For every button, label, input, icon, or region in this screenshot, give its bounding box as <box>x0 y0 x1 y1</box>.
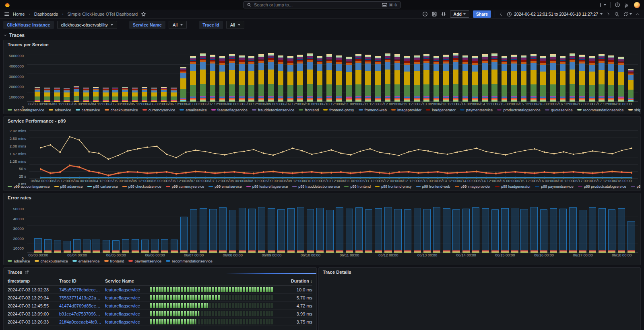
cell-trace-id-link[interactable]: 75563771413a22a54618... <box>59 295 105 300</box>
stacked-bar[interactable] <box>297 207 304 253</box>
service-name-select[interactable]: All <box>169 21 187 29</box>
stacked-bar[interactable] <box>171 88 176 102</box>
cell-service-name-link[interactable]: featureflagservice <box>105 295 150 300</box>
stacked-bar[interactable] <box>404 56 410 102</box>
stacked-bar[interactable] <box>54 88 60 102</box>
legend-item[interactable]: cartservice <box>76 108 100 112</box>
refresh-button[interactable] <box>623 12 632 17</box>
stacked-bar[interactable] <box>482 54 487 102</box>
stacked-bar[interactable] <box>599 54 604 102</box>
stacked-bar[interactable] <box>112 240 120 253</box>
legend-item[interactable]: featureflagservice <box>211 108 248 112</box>
legend-item[interactable]: p99 currencyservice <box>166 184 204 189</box>
panel-header[interactable]: Error rates <box>4 193 640 201</box>
cell-service-name-link[interactable]: featureflagservice <box>105 320 150 324</box>
stacked-bar[interactable] <box>258 54 264 102</box>
legend-item[interactable]: adservice <box>49 108 71 112</box>
legend-item[interactable]: checkoutservice <box>35 259 68 263</box>
stacked-bar[interactable] <box>336 55 342 102</box>
stacked-bar[interactable] <box>433 56 439 102</box>
legend-item[interactable]: frontend <box>104 259 124 263</box>
zoom-out-icon[interactable] <box>614 12 619 17</box>
row-header-traces[interactable]: Traces <box>3 33 25 38</box>
stacked-bar[interactable] <box>171 239 178 253</box>
panel-header[interactable]: Traces per Service <box>4 40 640 48</box>
stacked-bar[interactable] <box>317 56 322 102</box>
cell-trace-id-link[interactable]: b91ce47d753709695f1d... <box>59 312 105 316</box>
settings-gear-icon[interactable] <box>441 11 446 17</box>
stacked-bar[interactable] <box>511 208 518 253</box>
share-button[interactable]: Share <box>473 10 491 18</box>
stacked-bar[interactable] <box>248 56 254 102</box>
stacked-bar[interactable] <box>122 239 129 253</box>
stacked-bar[interactable] <box>307 53 312 102</box>
stacked-bar[interactable] <box>511 55 517 102</box>
stacked-bar[interactable] <box>151 239 158 253</box>
legend-item[interactable]: loadgenerator <box>426 108 456 112</box>
stacked-bar[interactable] <box>83 240 90 253</box>
stacked-bar[interactable] <box>589 207 596 253</box>
stacked-bar[interactable] <box>287 208 295 253</box>
stacked-bar[interactable] <box>190 56 196 102</box>
stacked-bar[interactable] <box>151 88 157 102</box>
legend-item[interactable]: p99 productcatalogservice <box>578 184 626 189</box>
stacked-bar[interactable] <box>570 53 575 102</box>
stacked-bar[interactable] <box>560 56 566 102</box>
legend-item[interactable]: frontend-proxy <box>323 108 354 112</box>
legend-item[interactable]: p99 accountingservice <box>8 184 50 189</box>
stacked-bar[interactable] <box>423 209 431 253</box>
stacked-bar[interactable] <box>540 56 546 102</box>
panel-links-icon[interactable] <box>25 270 29 275</box>
cell-trace-id-link[interactable]: 41474d0769d85ee2828... <box>59 303 105 308</box>
stacked-bar-chart[interactable] <box>27 204 638 253</box>
stacked-bar[interactable] <box>44 88 50 102</box>
save-icon[interactable] <box>431 11 437 17</box>
stacked-bar[interactable] <box>452 209 460 253</box>
line-chart[interactable] <box>29 127 638 178</box>
stacked-bar[interactable] <box>44 239 52 253</box>
stacked-bar[interactable] <box>210 55 215 102</box>
stacked-bar[interactable] <box>599 208 606 253</box>
table-row[interactable]: 2024-07-03 13:09:00b91ce47d753709695f1d.… <box>8 310 312 318</box>
stacked-bar[interactable] <box>307 209 314 253</box>
stacked-bar[interactable] <box>35 87 40 102</box>
panel-header[interactable]: Traces <box>4 268 316 275</box>
stacked-bar[interactable] <box>200 208 207 253</box>
cell-trace-id-link[interactable]: 745a59078cbdeec39b7... <box>59 287 105 292</box>
star-icon[interactable] <box>141 12 146 17</box>
stacked-bar[interactable] <box>433 207 440 253</box>
legend-item[interactable]: p99 frauddetectionservice <box>292 184 340 189</box>
legend-item[interactable]: currencyservice <box>142 108 175 112</box>
table-row[interactable]: 2024-07-03 13:02:28745a59078cbdeec39b7..… <box>8 286 312 294</box>
stacked-bar[interactable] <box>355 207 363 253</box>
stacked-bar[interactable] <box>472 207 479 253</box>
legend-item[interactable]: p99 paymentservice <box>535 184 574 189</box>
new-button[interactable] <box>598 2 606 8</box>
stacked-bar[interactable] <box>248 209 256 253</box>
col-duration[interactable]: Duration↓ <box>278 279 312 283</box>
stacked-bar[interactable] <box>132 239 139 253</box>
stacked-bar[interactable] <box>316 208 324 253</box>
stacked-bar[interactable] <box>346 209 353 253</box>
stacked-bar[interactable] <box>229 54 235 102</box>
user-avatar[interactable] <box>634 2 640 8</box>
stacked-bar[interactable] <box>326 54 332 102</box>
stacked-bar[interactable] <box>122 87 128 102</box>
stacked-bar[interactable] <box>103 88 108 102</box>
cell-service-name-link[interactable]: featureflagservice <box>105 303 150 308</box>
table-row[interactable]: 2024-07-03 13:26:3321ff4a0ceeaeb4fd90af0… <box>8 318 312 326</box>
stacked-bar[interactable] <box>627 221 635 253</box>
time-back-icon[interactable] <box>499 12 503 16</box>
collapse-up-icon[interactable] <box>636 12 640 16</box>
stacked-bar[interactable] <box>385 53 390 102</box>
search-input[interactable]: Search or jump to... ⌘+k <box>243 1 401 8</box>
stacked-bar[interactable] <box>404 209 411 253</box>
stacked-bar[interactable] <box>64 241 71 253</box>
stacked-bar[interactable] <box>384 207 392 253</box>
legend-item[interactable]: shippingservice <box>628 108 640 112</box>
legend-item[interactable]: quoteservice <box>545 108 573 112</box>
stacked-bar[interactable] <box>355 54 361 102</box>
trace-id-select[interactable]: All <box>226 21 244 29</box>
stacked-bar[interactable] <box>287 56 293 102</box>
stacked-bar[interactable] <box>83 88 89 102</box>
